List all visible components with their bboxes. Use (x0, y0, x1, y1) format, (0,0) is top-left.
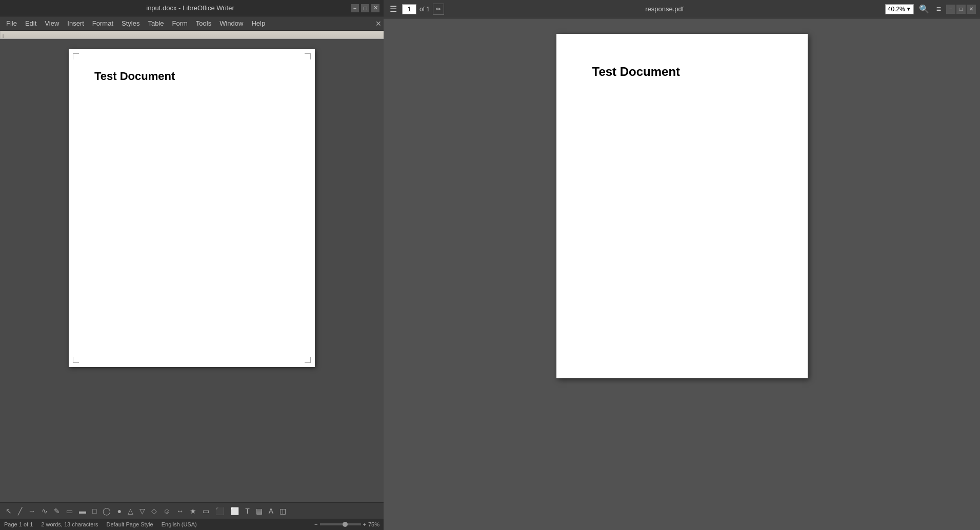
pdf-window-controls: − □ ✕ (946, 5, 976, 14)
zoom-level: 75% (368, 521, 379, 527)
pdf-search-button[interactable]: 🔍 (917, 3, 931, 15)
pdf-document-area: Test Document (384, 18, 980, 530)
menu-table[interactable]: Table (144, 17, 168, 29)
writer-document-area: Test Document (0, 39, 384, 502)
textbox-tool-icon[interactable]: ▤ (254, 506, 264, 516)
page-style: Default Page Style (107, 521, 153, 527)
libreoffice-writer-panel: input.docx - LibreOffice Writer − □ ✕ Fi… (0, 0, 384, 530)
pdf-page-total: of 1 (419, 6, 430, 13)
pdf-title: response.pdf (447, 5, 882, 13)
menu-view[interactable]: View (41, 17, 63, 29)
line-tool-icon[interactable]: ╱ (16, 506, 24, 516)
diamond-tool-icon[interactable]: ◇ (150, 506, 158, 516)
triangle-tool-icon[interactable]: △ (126, 506, 135, 516)
curve-tool-icon[interactable]: ∿ (40, 506, 49, 516)
pdf-edit-button[interactable]: ✏ (433, 4, 444, 15)
word-count: 2 words, 13 characters (41, 521, 98, 527)
writer-drawing-toolbar: ↖ ╱ → ∿ ✎ ▭ ▬ □ ◯ ● △ ▽ ◇ ☺ ↔ ★ ▭ ⬛ ⬜ T … (0, 502, 384, 519)
transform-icon[interactable]: ◫ (278, 506, 288, 516)
svg-text:|: | (3, 33, 4, 38)
freeform-tool-icon[interactable]: ✎ (52, 506, 62, 516)
zoom-in-icon[interactable]: + (363, 521, 366, 527)
pdf-page-input[interactable]: 1 (402, 4, 416, 14)
pdf-toolbar: ☰ 1 of 1 ✏ response.pdf 40.2% ▼ 🔍 ≡ − □ … (384, 0, 980, 18)
writer-window-controls: − □ ✕ (351, 4, 379, 12)
menu-form[interactable]: Form (168, 17, 191, 29)
filled-rect-icon[interactable]: ▬ (77, 506, 88, 516)
writer-title: input.docx - LibreOffice Writer (30, 4, 351, 12)
page-corner-tl (73, 53, 79, 59)
callout-tool-icon[interactable]: ▭ (201, 506, 211, 516)
writer-maximize-button[interactable]: □ (361, 4, 369, 12)
writer-document-page[interactable]: Test Document (69, 49, 315, 367)
rect2-icon[interactable]: □ (91, 506, 98, 516)
writer-minimize-button[interactable]: − (351, 4, 359, 12)
menubar-close-button[interactable]: ✕ (375, 19, 382, 28)
zoom-slider[interactable] (320, 523, 361, 525)
pdf-document-page: Test Document (556, 34, 808, 378)
circle-tool-icon[interactable]: ● (115, 506, 123, 516)
menu-insert[interactable]: Insert (63, 17, 88, 29)
fontwork-icon[interactable]: A (267, 506, 275, 516)
zoom-out-icon[interactable]: − (314, 521, 317, 527)
crop-tool-icon[interactable]: ⬜ (229, 506, 241, 516)
pdf-minimize-button[interactable]: − (946, 5, 955, 14)
menu-window[interactable]: Window (215, 17, 247, 29)
triangle2-tool-icon[interactable]: ▽ (138, 506, 147, 516)
writer-close-button[interactable]: ✕ (371, 4, 379, 12)
select-tool-icon[interactable]: ↖ (4, 506, 13, 516)
pdf-document-title: Test Document (592, 65, 772, 79)
menu-format[interactable]: Format (88, 17, 117, 29)
ellipse-tool-icon[interactable]: ◯ (101, 506, 112, 516)
menu-file[interactable]: File (2, 17, 21, 29)
pdf-zoom-display[interactable]: 40.2% ▼ (885, 4, 914, 14)
rect-tool-icon[interactable]: ▭ (65, 506, 74, 516)
double-arrow-icon[interactable]: ↔ (175, 506, 185, 516)
page-corner-bl (73, 357, 79, 363)
writer-ruler: | (0, 31, 384, 39)
pdf-zoom-dropdown-icon: ▼ (906, 6, 911, 12)
pdf-zoom-label: 40.2% (888, 6, 905, 13)
pdf-maximize-button[interactable]: □ (956, 5, 966, 14)
star-tool-icon[interactable]: ★ (188, 506, 198, 516)
menu-styles[interactable]: Styles (117, 17, 144, 29)
zoom-control: − + 75% (314, 521, 379, 527)
pdf-page-controls: 1 of 1 (402, 4, 430, 14)
writer-title-bar: input.docx - LibreOffice Writer − □ ✕ (0, 0, 384, 16)
menu-tools[interactable]: Tools (192, 17, 215, 29)
writer-document-title: Test Document (94, 70, 289, 83)
arrow-tool-icon[interactable]: → (27, 506, 37, 516)
pdf-close-button[interactable]: ✕ (967, 5, 976, 14)
language: English (USA) (162, 521, 197, 527)
page-corner-tr (305, 53, 311, 59)
menu-edit[interactable]: Edit (21, 17, 41, 29)
pdf-viewer-panel: ☰ 1 of 1 ✏ response.pdf 40.2% ▼ 🔍 ≡ − □ … (384, 0, 980, 530)
writer-menu-bar: File Edit View Insert Format Styles Tabl… (0, 16, 384, 31)
text-tool-icon[interactable]: T (244, 506, 251, 516)
pdf-menu-button[interactable]: ≡ (934, 4, 943, 15)
page-count: Page 1 of 1 (4, 521, 33, 527)
zoom-thumb (343, 522, 348, 527)
banner-tool-icon[interactable]: ⬛ (214, 506, 226, 516)
writer-status-bar: Page 1 of 1 2 words, 13 characters Defau… (0, 519, 384, 530)
page-corner-br (305, 357, 311, 363)
pdf-sidebar-toggle[interactable]: ☰ (388, 3, 399, 15)
menu-help[interactable]: Help (247, 17, 269, 29)
smiley-tool-icon[interactable]: ☺ (162, 506, 172, 516)
